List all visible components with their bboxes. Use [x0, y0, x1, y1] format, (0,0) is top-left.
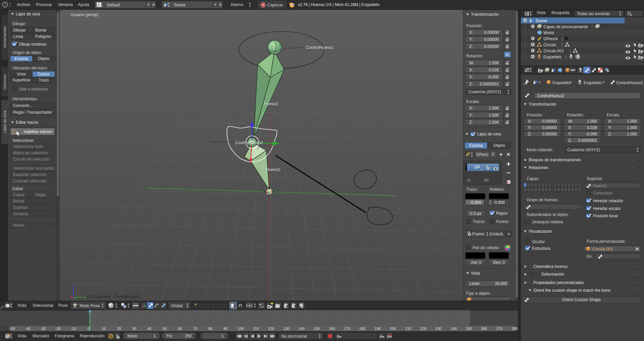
svg-text:Hueso2: Hueso2 — [266, 167, 280, 172]
svg-text:ControlHueso1: ControlHueso1 — [306, 45, 334, 50]
svg-text:x: x — [70, 295, 72, 299]
svg-text:z: z — [72, 284, 74, 288]
svg-text:i: i — [5, 3, 5, 7]
svg-text:ControlHueso2: ControlHueso2 — [235, 140, 263, 145]
svg-text:Hueso1: Hueso1 — [264, 102, 278, 106]
svg-text:y: y — [84, 295, 86, 299]
